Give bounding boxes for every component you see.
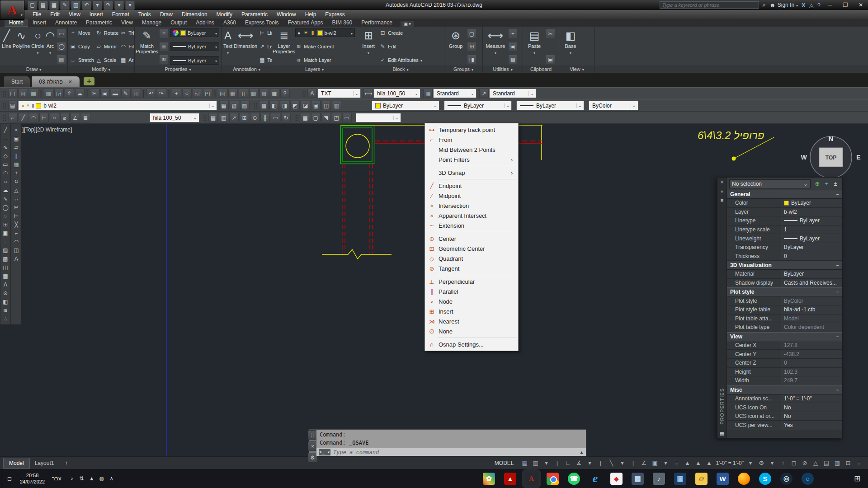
dim-style-combo-2[interactable]: hila 100_50: [150, 113, 199, 122]
make-block-icon[interactable]: ▣: [1, 229, 10, 237]
save-icon[interactable]: ▦: [49, 0, 59, 10]
color-combo[interactable]: ByLayer: [170, 28, 219, 37]
collapse-icon[interactable]: −: [836, 289, 839, 295]
property-value[interactable]: 1'-0" = 1'-0": [781, 394, 842, 403]
polyline-button[interactable]: ∿Polyline: [13, 28, 30, 65]
linetype-control-combo[interactable]: ByLayer: [444, 101, 512, 110]
toolbar-grip[interactable]: ⣿: [254, 102, 257, 109]
array-button[interactable]: ▦Array: [120, 56, 134, 65]
text-style-combo[interactable]: TXT: [317, 89, 361, 98]
line-tool-icon[interactable]: ╱: [1, 126, 10, 134]
trim-button[interactable]: ✂Trim: [120, 28, 134, 38]
menu-item-apparent-intersect[interactable]: ×Apparent Intersect: [425, 211, 518, 221]
layer-lock-icon[interactable]: ◨: [280, 101, 289, 110]
ribbon-tab-express-tools[interactable]: Express Tools: [241, 19, 283, 27]
break-tool-icon[interactable]: ╳: [12, 220, 21, 229]
qat-customize-icon[interactable]: ▾: [125, 0, 135, 10]
network-icon[interactable]: ⇅: [77, 474, 86, 483]
ellipse-flyout-icon[interactable]: ◯: [57, 42, 66, 52]
plot-icon[interactable]: ▥: [71, 0, 80, 10]
rectangle-flyout-icon[interactable]: ▭: [57, 29, 66, 38]
command-input[interactable]: Type a command: [333, 449, 379, 455]
circle-tool-icon[interactable]: ○: [1, 177, 10, 186]
arc-button[interactable]: ◠Arc: [45, 28, 55, 65]
erase-tool-icon[interactable]: ×: [12, 126, 21, 134]
menu-item-from[interactable]: ⌐From: [425, 135, 518, 145]
mtext-tool-icon[interactable]: A: [1, 280, 10, 289]
acrobat-icon[interactable]: ▲: [504, 473, 516, 485]
dim-ordinate-icon[interactable]: ⊢: [39, 113, 49, 122]
photos-app-icon[interactable]: ✿: [483, 473, 495, 485]
ribbon-tab-parametric[interactable]: Parametric: [81, 19, 117, 27]
command-history[interactable]: Command: Command: _QSAVE: [316, 430, 586, 448]
menu-item-extension[interactable]: ┄Extension: [425, 221, 518, 230]
dim-angular-icon[interactable]: ∠: [71, 113, 80, 122]
text-style-icon[interactable]: A: [307, 89, 317, 98]
search-input[interactable]: [660, 1, 759, 9]
redo-icon[interactable]: ↷: [104, 0, 113, 10]
menu-item-endpoint[interactable]: ╱Endpoint: [425, 181, 518, 191]
section-misc[interactable]: Misc−: [727, 385, 842, 394]
property-value[interactable]: 1: [781, 225, 842, 234]
zoom-window-icon[interactable]: ◱: [193, 89, 202, 98]
scale-tool-icon[interactable]: △: [12, 186, 21, 194]
ungroup-icon[interactable]: ▢: [467, 29, 476, 38]
offset-tool-icon[interactable]: ∥: [12, 151, 21, 160]
ribbon-tab-insert[interactable]: Insert: [28, 19, 51, 27]
help-icon[interactable]: ?: [280, 89, 290, 98]
command-input-row[interactable]: >_ ▾ Type a command ▲: [316, 448, 586, 456]
stretch-tool-icon[interactable]: ↔: [12, 194, 21, 203]
scale-flyout-icon[interactable]: ▾: [745, 458, 755, 468]
layer-merge-icon[interactable]: ◫: [321, 101, 331, 110]
ribbon-tab-featured-apps[interactable]: Featured Apps: [283, 19, 328, 27]
plot-icon[interactable]: ▥: [44, 89, 53, 98]
ribbon-display-toggle[interactable]: ▣ ▾: [401, 21, 414, 27]
linetype-list-icon[interactable]: ≡: [159, 29, 169, 38]
file-tab-drawing[interactable]: 03-פרגולה✕: [31, 76, 80, 87]
plot-preview-icon[interactable]: ◲: [54, 89, 64, 98]
snap-mode-icon[interactable]: ▥: [531, 458, 541, 468]
annotation-visibility-icon[interactable]: ▲: [683, 458, 693, 468]
new-tab-button[interactable]: +: [84, 77, 94, 85]
browser2-icon[interactable]: ○: [802, 473, 814, 485]
dim-style-icon[interactable]: ⟷: [363, 89, 373, 98]
ribbon-tab-manage[interactable]: Manage: [137, 19, 166, 27]
menu-help[interactable]: Help: [301, 10, 321, 19]
menu-parametric[interactable]: Parametric: [237, 10, 272, 19]
viewport-controls[interactable]: [-][Top][2D Wireframe]: [19, 127, 72, 133]
minimize-button[interactable]: ─: [824, 2, 836, 8]
arc-tool-icon[interactable]: ◠: [1, 169, 10, 177]
property-value[interactable]: ByLayer: [781, 270, 842, 278]
donut-tool-icon[interactable]: ⊙: [1, 289, 10, 297]
cut-icon[interactable]: ✂: [90, 89, 99, 98]
copy-tool-icon[interactable]: ▣: [12, 134, 21, 143]
ribbon-tab-view[interactable]: View: [117, 19, 137, 27]
menu-item-none[interactable]: ∅None: [425, 326, 518, 336]
match-properties-icon[interactable]: ✎: [121, 89, 131, 98]
view-panel-label[interactable]: View: [559, 66, 594, 73]
tool-palettes-icon[interactable]: ▯: [239, 89, 248, 98]
ortho-icon[interactable]: ∟: [563, 458, 573, 468]
move-tool-icon[interactable]: +: [12, 169, 21, 177]
paste-button[interactable]: ▤Paste: [525, 28, 544, 65]
property-value[interactable]: Yes: [781, 421, 842, 430]
chamfer-tool-icon[interactable]: ⌐: [12, 229, 21, 237]
menu-item-osnap-settings[interactable]: ∩Osnap Settings...: [425, 339, 518, 349]
close-tab-icon[interactable]: ✕: [68, 79, 72, 85]
annotation-scale-value[interactable]: 1'-0" = 1'-0": [715, 460, 745, 466]
group-selection-icon[interactable]: ◨: [467, 55, 476, 64]
plot-style-combo[interactable]: ByColor: [589, 101, 638, 110]
dim-quick-icon[interactable]: ≣: [81, 113, 90, 122]
trim-tool-icon[interactable]: ✂: [12, 203, 21, 211]
grid-display-icon[interactable]: ▦: [520, 458, 530, 468]
toolbar-combo-empty[interactable]: [356, 113, 401, 122]
text-tool-icon[interactable]: A: [12, 254, 21, 263]
dim-arc-icon[interactable]: ◠: [29, 113, 38, 122]
model-tab[interactable]: Model: [4, 458, 29, 468]
mleader-style-icon[interactable]: ↗: [479, 89, 489, 98]
group-edit-icon[interactable]: ⊞: [467, 42, 476, 52]
toolbar-grip[interactable]: ⣿: [2, 102, 6, 109]
rotate-button[interactable]: ↻Rotate: [95, 28, 118, 38]
autohide-icon[interactable]: «: [717, 188, 727, 194]
gradient-tool-icon[interactable]: ▩: [1, 254, 10, 263]
